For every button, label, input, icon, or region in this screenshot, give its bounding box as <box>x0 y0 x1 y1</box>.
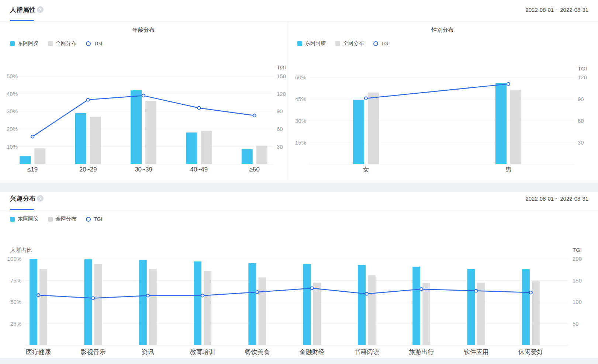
brand-bar[interactable] <box>186 132 197 164</box>
right-axis-tick: 200 <box>573 256 582 262</box>
network-bar[interactable] <box>34 148 45 164</box>
tgi-point[interactable] <box>529 291 532 294</box>
tgi-point[interactable] <box>420 288 423 291</box>
brand-bar[interactable] <box>30 259 37 345</box>
tgi-point[interactable] <box>365 292 368 295</box>
brand-bar[interactable] <box>242 149 253 164</box>
network-bar[interactable] <box>39 269 47 345</box>
tgi-point[interactable] <box>475 290 478 292</box>
tgi-ring-icon <box>86 41 91 46</box>
tgi-point[interactable] <box>253 114 256 117</box>
left-axis-tick: 45% <box>295 96 306 102</box>
left-axis-tick: 15% <box>295 139 306 146</box>
tgi-point[interactable] <box>91 297 94 299</box>
tgi-point[interactable] <box>142 94 145 97</box>
category-label: 男 <box>505 166 512 173</box>
brand-bar[interactable] <box>75 113 86 164</box>
tgi-point[interactable] <box>31 135 34 138</box>
legend-label: 东阿阿胶 <box>18 216 38 222</box>
legend-item-brand[interactable]: 东阿阿胶 <box>10 40 38 47</box>
left-axis-tick: 30% <box>7 108 18 114</box>
brand-bar[interactable] <box>139 260 147 345</box>
category-label: 影视音乐 <box>80 349 106 356</box>
right-axis-tick: 90 <box>578 96 584 102</box>
right-axis-title: TGI <box>277 64 286 70</box>
right-axis-tick: 30 <box>578 139 584 146</box>
left-axis-tick: 30% <box>295 118 306 124</box>
help-icon[interactable]: ? <box>37 195 44 202</box>
date-range: 2022-08-01 ~ 2022-08-31 <box>525 7 588 13</box>
network-bar[interactable] <box>256 146 267 164</box>
category-label: 书籍阅读 <box>354 349 379 356</box>
legend-item-network[interactable]: 全网分布 <box>48 40 76 47</box>
network-bar[interactable] <box>368 275 376 345</box>
category-label: 旅游出行 <box>409 349 434 356</box>
network-bar[interactable] <box>510 90 521 164</box>
brand-bar[interactable] <box>303 264 311 345</box>
network-bar[interactable] <box>368 93 379 164</box>
tgi-point[interactable] <box>364 97 367 100</box>
tgi-point[interactable] <box>201 294 204 297</box>
tab-interest-distribution[interactable]: 兴趣分布 <box>10 194 36 203</box>
right-axis-tick: 120 <box>277 91 286 97</box>
network-bar[interactable] <box>477 282 485 345</box>
brand-bar[interactable] <box>358 265 366 345</box>
left-axis-tick: 60% <box>295 74 306 80</box>
tab-audience-attributes[interactable]: 人群属性 <box>10 6 36 14</box>
network-bar[interactable] <box>90 117 101 164</box>
tgi-point[interactable] <box>146 294 149 297</box>
left-axis-tick: 20% <box>7 126 18 132</box>
right-axis-title: TGI <box>573 247 582 253</box>
brand-bar[interactable] <box>131 90 142 164</box>
brand-bar[interactable] <box>20 156 31 164</box>
network-bar[interactable] <box>94 264 102 345</box>
brand-bar[interactable] <box>248 263 256 345</box>
tgi-point[interactable] <box>87 98 90 101</box>
network-bar[interactable] <box>201 131 212 164</box>
tgi-point[interactable] <box>197 107 200 110</box>
legend-label: 东阿阿胶 <box>18 40 38 47</box>
left-axis-tick: 75% <box>10 277 21 284</box>
brand-bar[interactable] <box>467 269 475 345</box>
legend-label: 全网分布 <box>343 40 364 47</box>
brand-bar[interactable] <box>84 259 92 345</box>
network-bar[interactable] <box>258 277 266 345</box>
header-divider <box>0 210 598 210</box>
network-bar[interactable] <box>532 281 540 345</box>
brand-bar[interactable] <box>194 261 201 345</box>
brand-bar[interactable] <box>412 267 420 345</box>
right-axis-tick: 150 <box>573 277 582 284</box>
tgi-point[interactable] <box>256 291 259 294</box>
legend-item-brand[interactable]: 东阿阿胶 <box>297 40 326 47</box>
network-bar[interactable] <box>149 269 157 345</box>
legend-item-brand[interactable]: 东阿阿胶 <box>10 216 38 222</box>
brand-color-chip <box>10 217 15 222</box>
tgi-point[interactable] <box>37 294 40 297</box>
network-bar[interactable] <box>422 283 430 345</box>
right-axis-tick: 60 <box>277 126 283 132</box>
legend-item-network[interactable]: 全网分布 <box>48 216 76 222</box>
network-bar[interactable] <box>313 282 321 345</box>
legend-item-network[interactable]: 全网分布 <box>335 40 364 47</box>
network-color-chip <box>48 41 53 46</box>
network-bar[interactable] <box>204 271 211 345</box>
brand-bar[interactable] <box>495 83 507 164</box>
tgi-point[interactable] <box>507 83 510 86</box>
category-label: 餐饮美食 <box>245 349 270 356</box>
brand-bar[interactable] <box>522 269 530 345</box>
help-icon[interactable]: ? <box>37 6 44 13</box>
tgi-point[interactable] <box>311 287 314 290</box>
right-axis-tick: 120 <box>578 74 587 80</box>
brand-color-chip <box>10 41 15 46</box>
tgi-line <box>38 288 531 298</box>
bottom-separator <box>0 358 598 364</box>
network-bar[interactable] <box>145 101 156 164</box>
legend-item-tgi[interactable]: TGI <box>86 216 102 222</box>
legend-item-tgi[interactable]: TGI <box>373 41 390 46</box>
category-label: ≤19 <box>27 166 38 173</box>
network-color-chip <box>48 217 53 222</box>
legend-item-tgi[interactable]: TGI <box>86 41 102 46</box>
right-axis-tick: 90 <box>277 108 283 114</box>
brand-bar[interactable] <box>353 100 364 164</box>
right-axis-tick: 150 <box>277 73 286 79</box>
